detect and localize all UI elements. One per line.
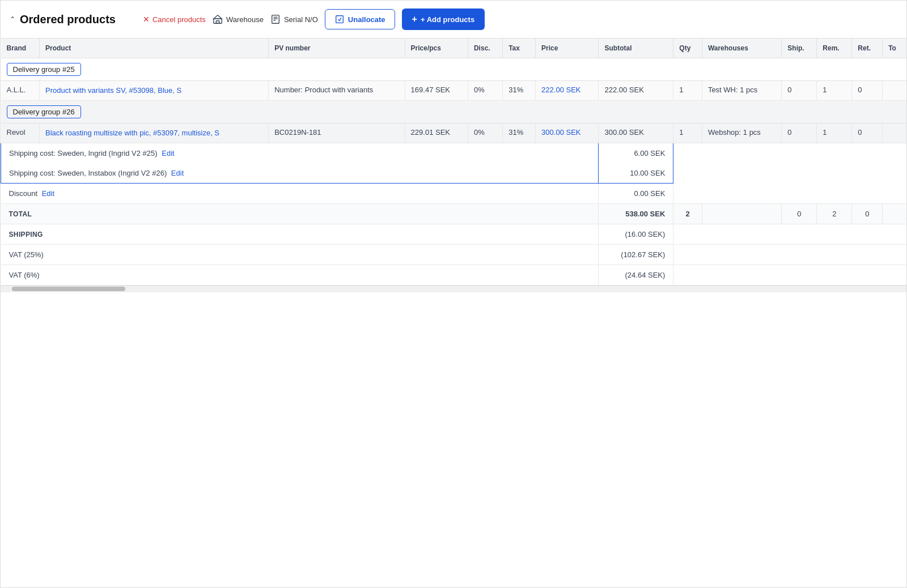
discount-row: Discount Edit 0.00 SEK bbox=[1, 184, 907, 204]
vat-6-label: VAT (6%) bbox=[9, 271, 40, 279]
rem-cell: 1 bbox=[817, 123, 852, 143]
shipping-cost-1-label: Shipping cost: Sweden, Ingrid (Ingrid V2… bbox=[9, 149, 158, 157]
serial-button[interactable]: Serial N/O bbox=[270, 14, 318, 24]
discount-edit[interactable]: Edit bbox=[42, 189, 54, 198]
discount-amount: 0.00 SEK bbox=[634, 189, 665, 198]
delivery-group-26-badge: Delivery group #26 bbox=[7, 105, 81, 118]
rem-cell: 1 bbox=[817, 81, 852, 101]
table-header-row: Brand Product PV number Price/pcs Disc. … bbox=[1, 39, 907, 58]
col-ret: Ret. bbox=[852, 39, 883, 58]
to-cell bbox=[883, 123, 906, 143]
col-qty: Qty bbox=[673, 39, 702, 58]
subtotal-cell: 300.00 SEK bbox=[599, 123, 673, 143]
col-subtotal: Subtotal bbox=[599, 39, 673, 58]
scrollbar-thumb[interactable] bbox=[12, 287, 125, 291]
vat-25-amount: (102.67 SEK) bbox=[621, 250, 665, 259]
serial-icon bbox=[270, 14, 281, 24]
vat-6-amount: (24.64 SEK) bbox=[625, 271, 666, 279]
unallocate-button[interactable]: Unallocate bbox=[325, 9, 395, 29]
discount-label: Discount bbox=[9, 189, 38, 198]
ret-cell: 0 bbox=[852, 123, 883, 143]
col-to: To bbox=[883, 39, 906, 58]
pv-number-cell: BC0219N-181 bbox=[269, 123, 405, 143]
col-product: Product bbox=[39, 39, 268, 58]
shipping-cost-2-amount: 10.00 SEK bbox=[630, 169, 665, 177]
total-label: TOTAL bbox=[9, 210, 32, 218]
tax-cell: 31% bbox=[503, 81, 536, 101]
vat-25-label: VAT (25%) bbox=[9, 250, 44, 259]
product-link[interactable]: Product with variants SV, #53098, Blue, … bbox=[45, 86, 262, 96]
ret-cell: 0 bbox=[852, 81, 883, 101]
cancel-icon: ✕ bbox=[143, 15, 150, 24]
price-cell: 222.00 SEK bbox=[536, 81, 599, 101]
total-ship: 0 bbox=[797, 210, 801, 218]
col-price: Price bbox=[536, 39, 599, 58]
price-pcs-cell: 229.01 SEK bbox=[405, 123, 468, 143]
cancel-products-button[interactable]: ✕ Cancel products bbox=[143, 15, 206, 24]
warehouses-cell: Test WH: 1 pcs bbox=[702, 81, 781, 101]
price-link-2[interactable]: 300.00 SEK bbox=[541, 128, 580, 137]
pv-number-cell: Number: Product with variants bbox=[269, 81, 405, 101]
collapse-icon[interactable]: ⌃ bbox=[10, 15, 15, 23]
add-products-button[interactable]: + + Add products bbox=[402, 8, 485, 30]
col-pv-number: PV number bbox=[269, 39, 405, 58]
col-warehouses: Warehouses bbox=[702, 39, 781, 58]
delivery-group-25-row: Delivery group #25 bbox=[1, 58, 907, 81]
shipping-cost-2-label: Shipping cost: Sweden, Instabox (Ingrid … bbox=[9, 169, 167, 177]
product-link-2[interactable]: Black roasting multisize with pic, #5309… bbox=[45, 128, 262, 138]
horizontal-scrollbar[interactable] bbox=[1, 286, 906, 292]
disc-cell: 0% bbox=[468, 81, 502, 101]
product-cell: Black roasting multisize with pic, #5309… bbox=[39, 123, 268, 143]
col-rem: Rem. bbox=[817, 39, 852, 58]
table-row: A.L.L. Product with variants SV, #53098,… bbox=[1, 81, 907, 101]
subtotal-cell: 222.00 SEK bbox=[599, 81, 673, 101]
plus-icon: + bbox=[412, 14, 417, 24]
brand-cell: Revol bbox=[1, 123, 40, 143]
price-cell: 300.00 SEK bbox=[536, 123, 599, 143]
shipping-cost-1-amount: 6.00 SEK bbox=[634, 149, 665, 157]
delivery-group-25-badge: Delivery group #25 bbox=[7, 63, 81, 76]
total-rem: 2 bbox=[832, 210, 836, 218]
total-amount: 538.00 SEK bbox=[625, 210, 665, 218]
qty-cell: 1 bbox=[673, 123, 702, 143]
warehouses-cell: Webshop: 1 pcs bbox=[702, 123, 781, 143]
col-tax: Tax bbox=[503, 39, 536, 58]
qty-cell: 1 bbox=[673, 81, 702, 101]
page-title: Ordered products bbox=[20, 13, 116, 26]
shipping-summary-amount: (16.00 SEK) bbox=[625, 230, 666, 238]
tax-cell: 31% bbox=[503, 123, 536, 143]
total-qty: 2 bbox=[686, 210, 690, 218]
vat-25-row: VAT (25%) (102.67 SEK) bbox=[1, 245, 907, 265]
shipping-cost-1-edit[interactable]: Edit bbox=[162, 149, 174, 157]
delivery-group-26-row: Delivery group #26 bbox=[1, 101, 907, 123]
col-price-pcs: Price/pcs bbox=[405, 39, 468, 58]
products-table: Brand Product PV number Price/pcs Disc. … bbox=[1, 39, 906, 286]
svg-rect-2 bbox=[272, 15, 279, 23]
ship-cell: 0 bbox=[782, 123, 817, 143]
col-brand: Brand bbox=[1, 39, 40, 58]
shipping-cost-2-edit[interactable]: Edit bbox=[171, 169, 184, 177]
col-disc: Disc. bbox=[468, 39, 502, 58]
price-link[interactable]: 222.00 SEK bbox=[541, 86, 580, 94]
col-ship: Ship. bbox=[782, 39, 817, 58]
total-row: TOTAL 538.00 SEK 2 0 2 bbox=[1, 204, 907, 224]
total-ret: 0 bbox=[865, 210, 869, 218]
warehouse-button[interactable]: Warehouse bbox=[213, 14, 264, 24]
svg-rect-1 bbox=[216, 21, 219, 24]
ship-cell: 0 bbox=[782, 81, 817, 101]
shipping-cost-row-2: Shipping cost: Sweden, Instabox (Ingrid … bbox=[1, 163, 907, 184]
to-cell bbox=[883, 81, 906, 101]
shipping-summary-row: SHIPPING (16.00 SEK) bbox=[1, 224, 907, 245]
table-row: Revol Black roasting multisize with pic,… bbox=[1, 123, 907, 143]
price-pcs-cell: 169.47 SEK bbox=[405, 81, 468, 101]
products-table-wrapper: Brand Product PV number Price/pcs Disc. … bbox=[1, 39, 906, 286]
vat-6-row: VAT (6%) (24.64 SEK) bbox=[1, 265, 907, 286]
svg-rect-6 bbox=[336, 16, 344, 23]
disc-cell: 0% bbox=[468, 123, 502, 143]
brand-cell: A.L.L. bbox=[1, 81, 40, 101]
shipping-summary-label: SHIPPING bbox=[9, 231, 43, 238]
product-cell: Product with variants SV, #53098, Blue, … bbox=[39, 81, 268, 101]
unallocate-icon bbox=[334, 14, 345, 24]
warehouse-icon bbox=[213, 14, 223, 24]
shipping-cost-row-1: Shipping cost: Sweden, Ingrid (Ingrid V2… bbox=[1, 143, 907, 164]
